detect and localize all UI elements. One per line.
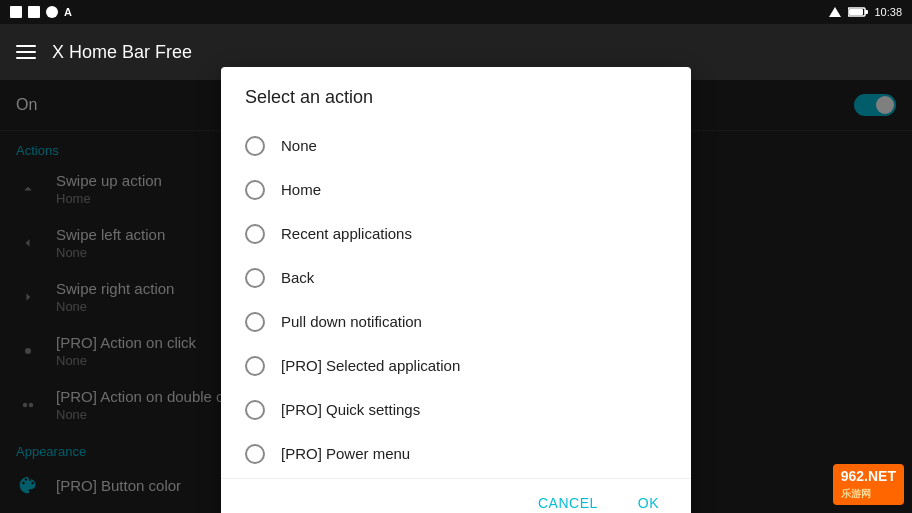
option-home[interactable]: Home [221, 168, 691, 212]
option-pro-quick[interactable]: [PRO] Quick settings [221, 388, 691, 432]
radio-none [245, 136, 265, 156]
dialog-title: Select an action [221, 67, 691, 120]
watermark: 962.NET 乐游网 [833, 464, 904, 505]
option-recent-label: Recent applications [281, 225, 412, 242]
radio-recent [245, 224, 265, 244]
option-back-label: Back [281, 269, 314, 286]
option-back[interactable]: Back [221, 256, 691, 300]
option-none-label: None [281, 137, 317, 154]
cancel-button[interactable]: CANCEL [522, 487, 614, 514]
time-display: 10:38 [874, 6, 902, 18]
sb-square-icon [10, 6, 22, 18]
svg-rect-3 [849, 9, 863, 15]
radio-home [245, 180, 265, 200]
option-home-label: Home [281, 181, 321, 198]
dialog-body: None Home Recent applications [221, 120, 691, 478]
option-none[interactable]: None [221, 124, 691, 168]
ok-button[interactable]: OK [622, 487, 675, 514]
sb-circle-icon [46, 6, 58, 18]
option-pro-selected-label: [PRO] Selected application [281, 357, 460, 374]
select-action-dialog: Select an action None Home [221, 67, 691, 514]
option-pro-quick-label: [PRO] Quick settings [281, 401, 420, 418]
sb-square2-icon [28, 6, 40, 18]
sb-a-icon: A [64, 6, 72, 18]
option-pulldown[interactable]: Pull down notification [221, 300, 691, 344]
main-content: On Actions Swipe up action Home Swipe le… [0, 80, 912, 513]
status-bar: A 10:38 [0, 0, 912, 24]
option-pro-selected[interactable]: [PRO] Selected application [221, 344, 691, 388]
svg-marker-0 [829, 7, 841, 17]
radio-pro-selected [245, 356, 265, 376]
dialog-actions: CANCEL OK [221, 478, 691, 514]
radio-pro-quick [245, 400, 265, 420]
option-pro-power[interactable]: [PRO] Power menu [221, 432, 691, 476]
option-recent[interactable]: Recent applications [221, 212, 691, 256]
svg-rect-2 [865, 10, 868, 14]
dialog-overlay: Select an action None Home [0, 80, 912, 513]
radio-back [245, 268, 265, 288]
radio-pro-power [245, 444, 265, 464]
battery-icon [848, 6, 868, 18]
option-pulldown-label: Pull down notification [281, 313, 422, 330]
option-pro-power-label: [PRO] Power menu [281, 445, 410, 462]
app-title: X Home Bar Free [52, 42, 192, 63]
wifi-icon [828, 6, 842, 18]
hamburger-menu-button[interactable] [16, 45, 36, 59]
status-bar-right: 10:38 [828, 6, 902, 18]
radio-pulldown [245, 312, 265, 332]
status-bar-left: A [10, 6, 72, 18]
